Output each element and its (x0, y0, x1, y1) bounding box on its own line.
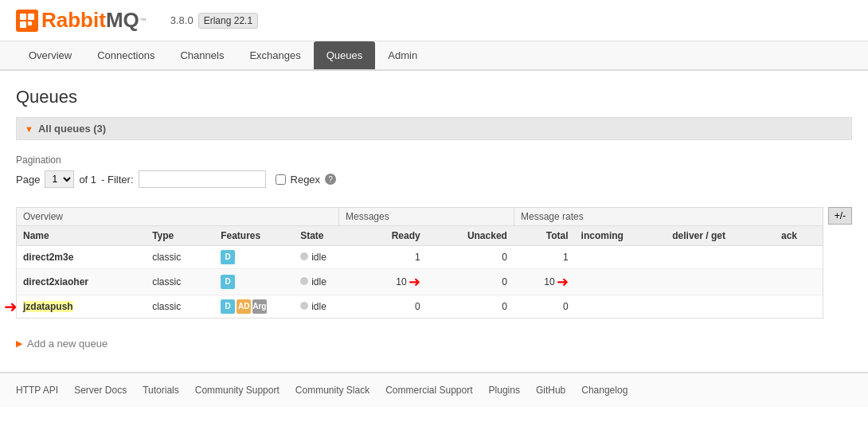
footer-github[interactable]: GitHub (536, 385, 565, 396)
page-select[interactable]: 1 (45, 170, 74, 188)
svg-rect-2 (28, 14, 34, 20)
feature-badge-args: Args (252, 299, 267, 314)
queue-type: classic (146, 246, 214, 269)
nav-queues[interactable]: Queues (314, 41, 376, 69)
feature-badge-d: D (221, 299, 235, 314)
logo: RabbitMQ™ (16, 8, 147, 33)
svg-rect-1 (20, 14, 26, 20)
col-incoming: incoming (575, 226, 667, 246)
footer-commercial-support[interactable]: Commercial Support (385, 385, 472, 396)
queue-total: 10➜ (514, 269, 575, 295)
queue-unacked: 0 (427, 269, 514, 295)
queue-ack (775, 269, 823, 295)
red-arrow-icon: ➜ (4, 297, 18, 316)
queue-ready: 10➜ (358, 269, 427, 295)
section-title: All queues (3) (38, 123, 106, 135)
nav-exchanges[interactable]: Exchanges (237, 41, 313, 69)
feature-badge-d: D (221, 275, 235, 289)
footer-server-docs[interactable]: Server Docs (74, 385, 127, 396)
col-total: Total (514, 226, 575, 246)
footer-community-slack[interactable]: Community Slack (295, 385, 369, 396)
queue-unacked: 0 (427, 295, 514, 319)
queue-incoming (575, 295, 667, 319)
pagination-label: Pagination (16, 154, 852, 166)
queue-ready: 1 (358, 246, 427, 269)
queue-name[interactable]: ➜jzdatapush (17, 295, 146, 319)
erlang-badge: Erlang 22.1 (198, 13, 258, 29)
group-overview: Overview (17, 208, 339, 225)
footer-plugins[interactable]: Plugins (489, 385, 520, 396)
logo-mq: MQ (106, 8, 139, 33)
col-state: State (294, 226, 358, 246)
state-dot-icon (300, 302, 308, 310)
logo-rabbit: Rabbit (41, 8, 106, 33)
footer-tutorials[interactable]: Tutorials (143, 385, 179, 396)
add-queue-section[interactable]: ▶ Add a new queue (16, 331, 852, 356)
queue-features: D (214, 246, 294, 269)
all-queues-header[interactable]: ▼ All queues (3) (16, 117, 852, 140)
state-dot-icon (300, 277, 308, 285)
svg-rect-4 (28, 22, 32, 25)
main-content: Queues ▼ All queues (3) Pagination Page … (0, 71, 868, 372)
queue-state: idle (294, 295, 358, 319)
queues-table-container: Overview Messages Message rates Name Typ… (16, 207, 823, 319)
group-messages: Messages (339, 208, 514, 225)
queue-incoming (575, 246, 667, 269)
regex-label: Regex (291, 174, 321, 186)
queue-features: D (214, 269, 294, 295)
col-features: Features (214, 226, 294, 246)
plus-minus-button[interactable]: +/- (828, 207, 852, 225)
footer-changelog[interactable]: Changelog (581, 385, 628, 396)
main-nav: Overview Connections Channels Exchanges … (0, 41, 868, 71)
queue-total: 1 (514, 246, 575, 269)
queue-name[interactable]: direct2m3e (17, 246, 146, 269)
queue-total: 0 (514, 295, 575, 319)
rabbitmq-logo-icon (16, 10, 38, 32)
table-row[interactable]: ➜jzdatapushclassicDADArgsidle000 (17, 295, 823, 319)
of-label: of 1 (79, 174, 96, 186)
logo-tm: ™ (139, 17, 147, 25)
queue-state: idle (294, 269, 358, 295)
col-ack: ack (775, 226, 823, 246)
queue-name[interactable]: direct2xiaoher (17, 269, 146, 295)
regex-checkbox[interactable] (276, 174, 286, 185)
queue-incoming (575, 269, 667, 295)
col-name: Name (17, 226, 146, 246)
feature-badge-ad: AD (237, 299, 251, 314)
page-label: Page (16, 174, 40, 186)
add-queue-label: Add a new queue (27, 338, 108, 350)
queue-ack (775, 295, 823, 319)
col-ready: Ready (358, 226, 427, 246)
queue-type: classic (146, 269, 214, 295)
table-row[interactable]: direct2m3eclassicDidle101 (17, 246, 823, 269)
page-title: Queues (16, 87, 852, 108)
footer-http-api[interactable]: HTTP API (16, 385, 58, 396)
nav-overview[interactable]: Overview (16, 41, 84, 69)
table-row[interactable]: direct2xiaoherclassicDidle10➜010➜ (17, 269, 823, 295)
queue-deliver (666, 246, 775, 269)
regex-help-icon[interactable]: ? (325, 174, 336, 185)
nav-channels[interactable]: Channels (167, 41, 237, 69)
section-arrow-icon: ▼ (25, 124, 33, 134)
nav-connections[interactable]: Connections (84, 41, 167, 69)
queue-ready: 0 (358, 295, 427, 319)
queue-deliver (666, 295, 775, 319)
footer: HTTP API Server Docs Tutorials Community… (0, 372, 868, 407)
nav-admin[interactable]: Admin (375, 41, 430, 69)
ready-arrow-icon: ➜ (409, 273, 420, 291)
queue-unacked: 0 (427, 246, 514, 269)
svg-rect-0 (16, 10, 38, 32)
add-queue-arrow-icon: ▶ (16, 338, 22, 349)
filter-label: - Filter: (101, 174, 133, 186)
svg-rect-3 (20, 22, 26, 28)
filter-input[interactable] (139, 170, 266, 188)
queue-ack (775, 246, 823, 269)
queue-features: DADArgs (214, 295, 294, 319)
header: RabbitMQ™ 3.8.0 Erlang 22.1 (0, 0, 868, 41)
version-number: 3.8.0 (170, 14, 194, 26)
col-deliver: deliver / get (666, 226, 775, 246)
pagination-controls: Page 1 of 1 - Filter: Regex ? (16, 170, 852, 188)
pagination-section: Pagination Page 1 of 1 - Filter: Regex ? (16, 148, 852, 194)
footer-community-support[interactable]: Community Support (195, 385, 280, 396)
col-unacked: Unacked (427, 226, 514, 246)
